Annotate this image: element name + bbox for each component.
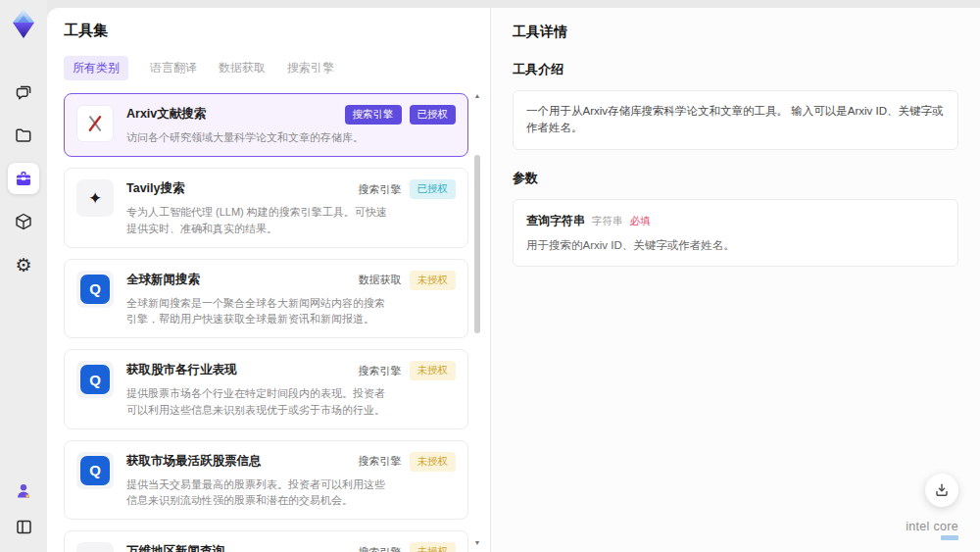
download-icon <box>934 482 950 498</box>
intel-core-logo-text: intel core <box>906 520 958 533</box>
app-logo-icon <box>9 8 38 39</box>
tool-card-list: Arxiv文献搜索 搜索引擎 已授权 访问各个研究领域大量科学论文和文章的存储库… <box>64 93 468 552</box>
tool-intro-box: 一个用于从Arxiv存储库搜索科学论文和文章的工具。 输入可以是Arxiv ID… <box>513 90 958 150</box>
arxiv-logo-icon <box>76 105 114 142</box>
tool-name: 获取股市各行业表现 <box>126 361 237 378</box>
tool-intro-text: 一个用于从Arxiv存储库搜索科学论文和文章的工具。 输入可以是Arxiv ID… <box>526 105 944 133</box>
sidebar-item-packages[interactable] <box>8 206 39 237</box>
tool-detail-panel: 工具详情 工具介绍 一个用于从Arxiv存储库搜索科学论文和文章的工具。 输入可… <box>490 8 980 552</box>
category-badge: 搜索引擎 <box>345 105 402 125</box>
sidebar-item-collapse[interactable] <box>8 511 39 542</box>
sidebar-item-tools[interactable] <box>8 163 39 194</box>
cube-icon <box>14 212 33 231</box>
category-label: 数据获取 <box>359 273 402 287</box>
tool-name: 获取市场最活跃股票信息 <box>126 452 262 470</box>
category-tabs: 所有类别 语言翻译 数据获取 搜索引擎 <box>64 56 468 80</box>
tool-description: 专为人工智能代理 (LLM) 构建的搜索引擎工具。可快速提供实时、准确和真实的结… <box>126 204 393 236</box>
download-button[interactable] <box>925 474 958 507</box>
building-icon <box>76 542 114 552</box>
news-q-logo-icon: Q <box>76 271 114 308</box>
auth-status-badge: 未授权 <box>410 361 457 380</box>
param-type: 字符串 <box>592 214 623 229</box>
category-label: 搜索引擎 <box>359 454 402 469</box>
tab-all-categories[interactable]: 所有类别 <box>64 56 128 80</box>
params-section-title: 参数 <box>513 170 958 187</box>
param-box: 查询字符串 字符串 必填 用于搜索的Arxiv ID、关键字或作者姓名。 <box>513 199 958 267</box>
sidebar-item-settings[interactable]: ⚙ <box>8 249 39 280</box>
finance-q-logo-icon: Q <box>76 452 114 489</box>
sidebar-item-files[interactable] <box>8 120 39 151</box>
param-description: 用于搜索的Arxiv ID、关键字或作者姓名。 <box>526 237 945 254</box>
tool-name: 万维地区新闻查询 <box>126 542 224 552</box>
gear-icon: ⚙ <box>15 256 31 275</box>
tool-card-tavily[interactable]: ✦ Tavily搜索 搜索引擎 已授权 专为人工智能代理 (LLM) 构建的搜索… <box>64 168 468 248</box>
panel-toggle-icon <box>15 518 33 536</box>
app-sidebar: ⚙ <box>0 0 47 552</box>
tab-data-retrieval[interactable]: 数据获取 <box>219 60 266 76</box>
category-label: 搜索引擎 <box>359 545 402 552</box>
chat-icon <box>14 82 33 102</box>
intel-core-logo-mark <box>941 535 958 540</box>
tool-card-sector-performance[interactable]: Q 获取股市各行业表现 搜索引擎 未授权 提供股票市场各个行业在特定时间段内的表… <box>64 349 468 429</box>
scroll-down-icon[interactable]: ▼ <box>473 539 481 546</box>
detail-title: 工具详情 <box>513 24 958 41</box>
tool-card-arxiv[interactable]: Arxiv文献搜索 搜索引擎 已授权 访问各个研究领域大量科学论文和文章的存储库… <box>64 93 468 157</box>
tool-name: 全球新闻搜索 <box>126 271 200 288</box>
tool-description: 访问各个研究领域大量科学论文和文章的存储库。 <box>126 129 393 145</box>
sidebar-bottom <box>8 476 39 542</box>
tool-description: 提供当天交易量最高的股票列表。投资者可以利用这些信息来识别流动性强的股票和潜在的… <box>126 477 393 509</box>
tab-search-engine[interactable]: 搜索引擎 <box>287 60 334 76</box>
tool-name: Tavily搜索 <box>126 179 185 197</box>
tavily-logo-icon: ✦ <box>76 179 114 217</box>
tool-card-regional-news[interactable]: 万维地区新闻查询 搜索引擎 未授权 查询具体行政区划内的新闻，快速了解各地新闻动… <box>64 530 468 552</box>
sidebar-nav: ⚙ <box>8 76 39 280</box>
tool-card-active-stocks[interactable]: Q 获取市场最活跃股票信息 搜索引擎 未授权 提供当天交易量最高的股票列表。投资… <box>64 440 468 521</box>
param-required-badge: 必填 <box>630 214 651 229</box>
tool-description: 提供股票市场各个行业在特定时间段内的表现。投资者可以利用这些信息来识别表现优于或… <box>126 385 393 418</box>
page-title: 工具集 <box>64 22 468 40</box>
scrollbar-thumb[interactable] <box>474 155 480 333</box>
intel-core-logo: intel core <box>906 520 958 540</box>
folder-icon <box>14 125 33 145</box>
tool-description: 全球新闻搜索是一个聚合全球各大新闻网站内容的搜索引擎，帮助用户快速获取全球最新资… <box>126 295 393 327</box>
user-avatar-icon <box>15 482 32 500</box>
toolbox-icon <box>14 169 33 188</box>
auth-status-badge: 未授权 <box>410 542 457 552</box>
intro-section-title: 工具介绍 <box>513 61 958 78</box>
list-scrollbar[interactable]: ▲ ▼ <box>473 92 481 546</box>
param-name: 查询字符串 <box>526 212 585 229</box>
auth-status-badge: 未授权 <box>410 271 457 290</box>
category-label: 搜索引擎 <box>359 182 402 197</box>
sidebar-item-chat[interactable] <box>8 76 39 108</box>
tab-language-translation[interactable]: 语言翻译 <box>150 60 197 76</box>
auth-status-badge: 已授权 <box>410 105 457 125</box>
toolset-panel: 工具集 所有类别 语言翻译 数据获取 搜索引擎 Arxiv文献搜索 <box>47 8 490 552</box>
sidebar-item-profile[interactable] <box>8 476 39 507</box>
finance-q-logo-icon: Q <box>76 361 114 398</box>
scroll-up-icon[interactable]: ▲ <box>473 92 481 99</box>
tool-name: Arxiv文献搜索 <box>126 105 206 123</box>
main-surface: 工具集 所有类别 语言翻译 数据获取 搜索引擎 Arxiv文献搜索 <box>47 8 980 552</box>
tool-card-global-news[interactable]: Q 全球新闻搜索 数据获取 未授权 全球新闻搜索是一个聚合全球各大新闻网站内容的… <box>64 259 468 339</box>
category-label: 搜索引擎 <box>359 364 402 378</box>
auth-status-badge: 未授权 <box>410 452 457 472</box>
auth-status-badge: 已授权 <box>410 179 457 199</box>
